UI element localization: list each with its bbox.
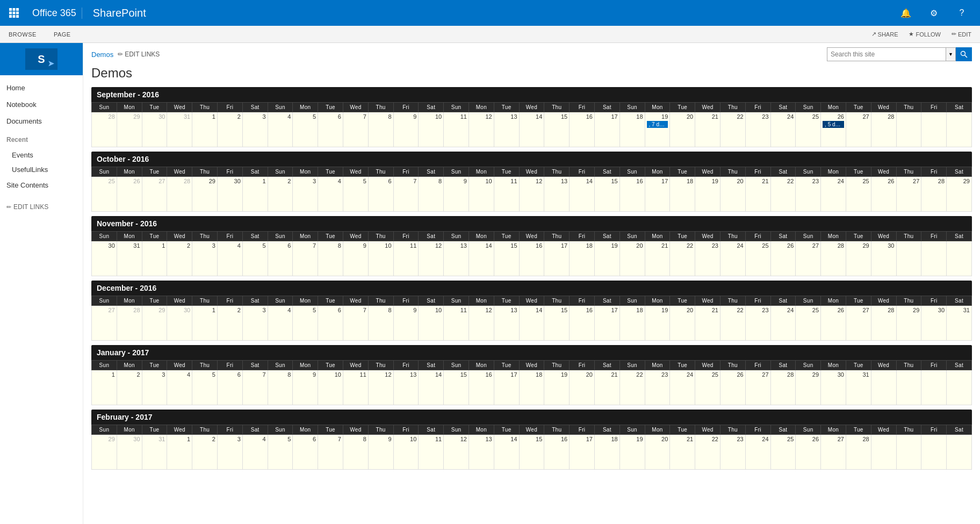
calendar-cell[interactable]: [896, 241, 921, 276]
calendar-cell[interactable]: 31: [167, 112, 192, 147]
calendar-cell[interactable]: 1: [242, 177, 268, 212]
calendar-cell[interactable]: 24: [770, 306, 796, 341]
calendar-cell[interactable]: 12: [419, 241, 444, 276]
calendar-cell[interactable]: 18: [519, 370, 544, 405]
calendar-cell[interactable]: [871, 435, 896, 470]
calendar-cell[interactable]: 21: [695, 306, 720, 341]
calendar-cell[interactable]: 28: [117, 306, 142, 341]
calendar-cell[interactable]: 25: [695, 370, 720, 405]
calendar-cell[interactable]: 23: [796, 177, 821, 212]
calendar-cell[interactable]: [896, 370, 921, 405]
calendar-cell[interactable]: 13: [444, 241, 469, 276]
sidebar-item-usefullinks[interactable]: UsefulLinks: [0, 162, 83, 177]
calendar-cell[interactable]: 27: [796, 241, 821, 276]
calendar-cell[interactable]: 2: [217, 112, 242, 147]
calendar-cell[interactable]: 27: [846, 306, 871, 341]
search-input[interactable]: [827, 51, 946, 58]
calendar-cell[interactable]: 1: [92, 370, 117, 405]
share-button[interactable]: ↗ SHARE: [868, 28, 902, 40]
calendar-cell[interactable]: 26, 5 day event: [821, 112, 846, 147]
calendar-cell[interactable]: 1: [142, 241, 167, 276]
calendar-cell[interactable]: 6: [217, 370, 242, 405]
search-dropdown-button[interactable]: ▼: [946, 48, 955, 61]
calendar-cell[interactable]: [947, 241, 972, 276]
calendar-cell[interactable]: 10: [419, 112, 444, 147]
calendar-cell[interactable]: [947, 370, 972, 405]
calendar-cell[interactable]: 15: [519, 435, 544, 470]
sidebar-item-documents[interactable]: Documents: [0, 113, 83, 130]
calendar-cell[interactable]: 31: [846, 370, 871, 405]
office365-label[interactable]: Office 365: [27, 8, 82, 19]
calendar-cell[interactable]: 22: [720, 306, 745, 341]
calendar-cell[interactable]: 21: [594, 370, 619, 405]
calendar-cell[interactable]: 21: [745, 177, 770, 212]
calendar-cell[interactable]: 19: [695, 177, 720, 212]
calendar-cell[interactable]: 29: [796, 370, 821, 405]
calendar-cell[interactable]: 25: [745, 241, 770, 276]
breadcrumb-edit-links[interactable]: ✏ EDIT LINKS: [118, 51, 160, 58]
edit-button[interactable]: ✏ EDIT: [948, 28, 975, 40]
calendar-cell[interactable]: 26: [117, 177, 142, 212]
calendar-cell[interactable]: 30: [142, 112, 167, 147]
waffle-icon[interactable]: [5, 4, 23, 21]
calendar-cell[interactable]: 3: [293, 177, 318, 212]
calendar-cell[interactable]: 25: [846, 177, 871, 212]
calendar-cell[interactable]: 20: [720, 177, 745, 212]
calendar-cell[interactable]: 8: [318, 241, 343, 276]
calendar-cell[interactable]: 4: [167, 370, 192, 405]
calendar-cell[interactable]: 25: [796, 112, 821, 147]
calendar-cell[interactable]: 26: [796, 435, 821, 470]
calendar-cell[interactable]: 29: [142, 306, 167, 341]
calendar-cell[interactable]: 9: [368, 435, 393, 470]
calendar-cell[interactable]: 28: [770, 370, 796, 405]
calendar-cell[interactable]: 24: [720, 241, 745, 276]
breadcrumb-demos[interactable]: Demos: [91, 51, 113, 59]
calendar-cell[interactable]: 19: [619, 435, 645, 470]
calendar-cell[interactable]: 27: [92, 306, 117, 341]
calendar-cell[interactable]: 12: [519, 177, 544, 212]
calendar-cell[interactable]: 28: [871, 306, 896, 341]
calendar-cell[interactable]: 17: [570, 435, 595, 470]
calendar-cell[interactable]: 12: [469, 112, 494, 147]
calendar-cell[interactable]: 29: [192, 177, 218, 212]
calendar-cell[interactable]: 5: [242, 241, 268, 276]
calendar-cell[interactable]: 27: [142, 177, 167, 212]
event-bar[interactable]: , 5 day event: [823, 121, 844, 128]
calendar-cell[interactable]: 26: [871, 177, 896, 212]
calendar-cell[interactable]: 30: [871, 241, 896, 276]
calendar-cell[interactable]: 5: [293, 112, 318, 147]
calendar-cell[interactable]: 4: [268, 306, 293, 341]
calendar-cell[interactable]: 26: [821, 306, 846, 341]
calendar-cell[interactable]: 28: [871, 112, 896, 147]
calendar-cell[interactable]: 1: [192, 306, 218, 341]
calendar-cell[interactable]: 14: [494, 435, 519, 470]
calendar-cell[interactable]: 15: [444, 370, 469, 405]
calendar-cell[interactable]: 18: [670, 177, 695, 212]
calendar-cell[interactable]: 21: [695, 112, 720, 147]
calendar-cell[interactable]: 20: [619, 241, 645, 276]
calendar-cell[interactable]: 19: [594, 241, 619, 276]
calendar-cell[interactable]: 8: [343, 435, 368, 470]
calendar-cell[interactable]: 24: [745, 435, 770, 470]
calendar-cell[interactable]: 17: [645, 177, 670, 212]
calendar-cell[interactable]: 9: [444, 177, 469, 212]
calendar-cell[interactable]: 14: [519, 306, 544, 341]
calendar-cell[interactable]: [921, 112, 947, 147]
sharepoint-label[interactable]: SharePoint: [93, 7, 893, 19]
calendar-cell[interactable]: 14: [570, 177, 595, 212]
calendar-cell[interactable]: 20: [645, 435, 670, 470]
calendar-cell[interactable]: [921, 370, 947, 405]
calendar-cell[interactable]: 9: [293, 370, 318, 405]
calendar-cell[interactable]: 7: [293, 241, 318, 276]
page-button[interactable]: PAGE: [51, 29, 74, 40]
calendar-cell[interactable]: 26: [770, 241, 796, 276]
calendar-cell[interactable]: 29: [92, 435, 117, 470]
calendar-cell[interactable]: 25: [92, 177, 117, 212]
calendar-cell[interactable]: 29: [117, 112, 142, 147]
help-button[interactable]: ?: [949, 0, 975, 26]
calendar-cell[interactable]: 7: [318, 435, 343, 470]
calendar-cell[interactable]: [947, 435, 972, 470]
calendar-cell[interactable]: 27: [846, 112, 871, 147]
calendar-cell[interactable]: 17: [594, 112, 619, 147]
calendar-cell[interactable]: 16: [619, 177, 645, 212]
